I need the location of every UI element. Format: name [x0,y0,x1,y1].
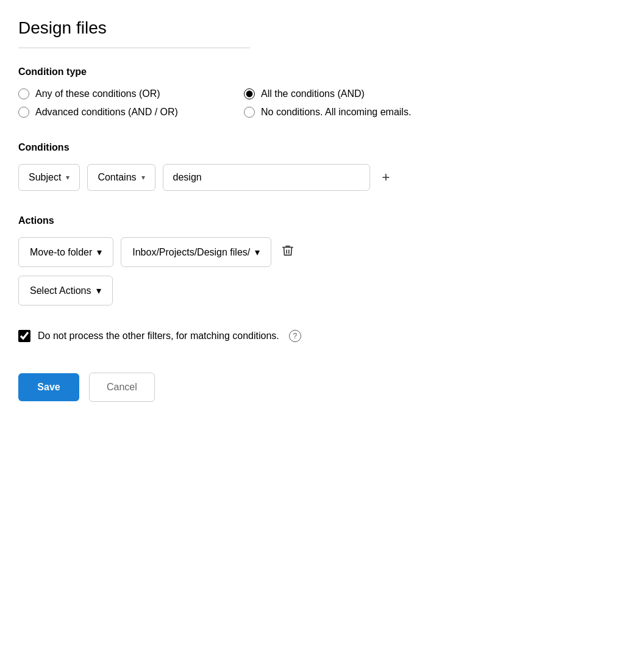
no-process-checkbox[interactable] [18,330,30,342]
radio-advanced-label: Advanced conditions (AND / OR) [35,107,178,118]
select-actions-dropdown[interactable]: Select Actions ▾ [18,276,113,306]
delete-action-button[interactable] [279,241,297,263]
radio-none[interactable]: No conditions. All incoming emails. [244,107,457,118]
cancel-button[interactable]: Cancel [89,373,155,402]
contains-chevron-icon: ▾ [141,173,145,182]
no-process-label: Do not process the other filters, for ma… [38,331,279,341]
condition-type-section: Condition type Any of these conditions (… [18,66,610,118]
folder-chevron-icon: ▾ [255,246,260,258]
conditions-row: Subject ▾ Contains ▾ + [18,164,610,191]
conditions-label: Conditions [18,142,610,153]
help-icon[interactable]: ? [289,330,301,342]
condition-type-label: Condition type [18,66,610,77]
move-to-label: Move-to folder [30,247,92,258]
no-process-row: Do not process the other filters, for ma… [18,330,610,342]
save-button[interactable]: Save [18,373,79,401]
radio-or-input[interactable] [18,88,29,99]
folder-label: Inbox/Projects/Design files/ [132,247,250,258]
radio-and[interactable]: All the conditions (AND) [244,88,457,99]
actions-row-1: Move-to folder ▾ Inbox/Projects/Design f… [18,237,610,267]
folder-dropdown[interactable]: Inbox/Projects/Design files/ ▾ [121,237,271,267]
actions-label: Actions [18,215,610,226]
buttons-row: Save Cancel [18,373,610,402]
subject-dropdown-label: Subject [29,172,61,183]
move-to-chevron-icon: ▾ [97,246,102,258]
subject-dropdown[interactable]: Subject ▾ [18,164,80,191]
radio-or-label: Any of these conditions (OR) [35,88,160,99]
radio-advanced[interactable]: Advanced conditions (AND / OR) [18,107,232,118]
radio-and-input[interactable] [244,88,255,99]
select-actions-label: Select Actions [30,285,91,296]
radio-or[interactable]: Any of these conditions (OR) [18,88,232,99]
condition-value-input[interactable] [163,164,370,191]
move-to-dropdown[interactable]: Move-to folder ▾ [18,237,113,267]
add-condition-button[interactable]: + [377,167,395,188]
subject-chevron-icon: ▾ [66,173,70,182]
radio-and-label: All the conditions (AND) [261,88,365,99]
radio-advanced-input[interactable] [18,107,29,118]
actions-section: Actions Move-to folder ▾ Inbox/Projects/… [18,215,610,306]
trash-icon [281,244,294,257]
radio-none-label: No conditions. All incoming emails. [261,107,411,118]
contains-dropdown-label: Contains [98,172,136,183]
page-title: Design files [18,18,610,38]
actions-row-2: Select Actions ▾ [18,276,610,306]
title-divider [18,48,250,48]
condition-type-options: Any of these conditions (OR) All the con… [18,88,457,118]
select-actions-chevron-icon: ▾ [96,285,101,296]
conditions-section: Conditions Subject ▾ Contains ▾ + [18,142,610,191]
radio-none-input[interactable] [244,107,255,118]
contains-dropdown[interactable]: Contains ▾ [87,164,155,191]
